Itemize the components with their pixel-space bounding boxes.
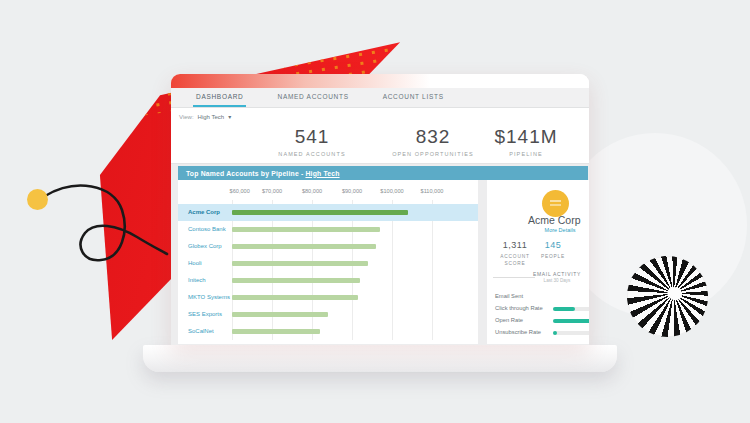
tab-named-accounts[interactable]: NAMED ACCOUNTS: [274, 88, 351, 107]
email-activity-subtitle: Last 30 Days: [527, 278, 587, 283]
stat-label: PIPELINE: [494, 151, 557, 157]
email-metric-fill: [553, 319, 589, 323]
yellow-dot-decoration: [27, 189, 48, 210]
summary-stat: $141MPIPELINE: [494, 126, 557, 157]
dashboard-tab-bar: DASHBOARDNAMED ACCOUNTSACCOUNT LISTS: [171, 88, 589, 108]
stat-value: 832: [392, 126, 474, 148]
stat-label: NAMED ACCOUNTS: [278, 151, 345, 157]
chart-header: Top Named Accounts by Pipeline - High Te…: [178, 166, 588, 180]
chart-bar[interactable]: [232, 312, 328, 317]
summary-stat: 541NAMED ACCOUNTS: [278, 126, 345, 157]
email-metric-row: Open Rate: [487, 316, 589, 326]
chart-bar[interactable]: [232, 244, 376, 249]
email-metric-row: Click through Rate: [487, 304, 589, 314]
laptop-base: [143, 345, 617, 372]
view-value[interactable]: High Tech: [198, 114, 225, 120]
chart-row-globex-corp[interactable]: Globex Corp: [178, 238, 478, 255]
account-detail-panel: Acme Corp More Details EMAIL ACTIVITY La…: [487, 180, 589, 344]
tab-dashboard[interactable]: DASHBOARD: [193, 88, 246, 107]
email-metric-label: Open Rate: [495, 317, 523, 323]
email-activity-title: EMAIL ACTIVITY: [527, 271, 587, 277]
stat-label: OPEN OPPORTUNITIES: [392, 151, 474, 157]
stat-value: $141M: [494, 126, 557, 148]
chart-title-link[interactable]: High Tech: [305, 170, 339, 177]
laptop-screen: DASHBOARDNAMED ACCOUNTSACCOUNT LISTS Vie…: [171, 74, 589, 345]
x-axis-tick-label: $70,000: [262, 188, 282, 194]
chart-row-label[interactable]: Globex Corp: [188, 243, 222, 249]
x-axis-tick-label: $80,000: [302, 188, 322, 194]
summary-stat: 832OPEN OPPORTUNITIES: [392, 126, 474, 157]
chart-row-initech[interactable]: Initech: [178, 272, 478, 289]
tab-account-lists[interactable]: ACCOUNT LISTS: [380, 88, 447, 107]
chart-row-label[interactable]: Initech: [188, 277, 206, 283]
email-metric-label: Click through Rate: [495, 305, 543, 311]
email-metric-fill: [553, 307, 575, 311]
x-axis-tick-label: $110,000: [421, 188, 444, 194]
email-metric-label: Email Sent: [495, 293, 523, 299]
chart-row-mkto-systems[interactable]: MKTO Systems: [178, 289, 478, 306]
chevron-down-icon[interactable]: ▾: [228, 113, 231, 120]
chart-row-socalnet[interactable]: SoCalNet: [178, 323, 478, 340]
chart-row-contoso-bank[interactable]: Contoso Bank: [178, 221, 478, 238]
chart-row-label[interactable]: MKTO Systems: [188, 294, 230, 300]
squiggle-line-decoration: [25, 170, 177, 270]
chart-bar[interactable]: [232, 278, 360, 283]
email-metric-track: [553, 319, 589, 323]
chart-row-label[interactable]: Contoso Bank: [188, 226, 226, 232]
chart-bar[interactable]: [232, 261, 368, 266]
more-details-link[interactable]: More Details: [528, 227, 589, 233]
stat-value: 541: [278, 126, 345, 148]
view-label: View:: [179, 114, 194, 120]
chart-row-label[interactable]: Acme Corp: [188, 209, 220, 215]
screen-top-gradient: [171, 74, 589, 88]
chart-row-hooli[interactable]: Hooli: [178, 255, 478, 272]
email-metric-fill: [553, 331, 557, 335]
chart-row-acme-corp[interactable]: Acme Corp: [178, 204, 478, 221]
panel-stat-label: PEOPLE: [530, 253, 576, 260]
chart-bar[interactable]: [232, 227, 380, 232]
panel-stat-value: 145: [530, 240, 576, 250]
account-avatar: [542, 190, 569, 217]
email-metric-track: [553, 307, 589, 311]
chart-title: Top Named Accounts by Pipeline -: [186, 170, 303, 177]
x-axis-tick-label: $90,000: [342, 188, 362, 194]
email-metric-row: Email Sent: [487, 292, 589, 302]
hero-canvas: { "decor": { "red_triangle": "#ee1c1e", …: [0, 0, 750, 423]
chart-row-ses-exports[interactable]: SES Exports: [178, 306, 478, 323]
x-axis-tick-label: $100,000: [380, 188, 403, 194]
chart-row-label[interactable]: Hooli: [188, 260, 202, 266]
account-name: Acme Corp: [528, 214, 581, 226]
email-metric-label: Unsubscribe Rate: [495, 329, 541, 335]
x-axis-tick-label: $60,000: [230, 188, 250, 194]
panel-stat: OPEN OPPS: [584, 240, 589, 250]
chart-row-label[interactable]: SoCalNet: [188, 328, 214, 334]
email-metric-track: [553, 331, 589, 335]
chart-bar[interactable]: [232, 295, 358, 300]
panel-stat-label: OPEN OPPS: [584, 243, 589, 250]
chart-bar[interactable]: [232, 329, 320, 334]
pipeline-bar-chart: $60,000$70,000$80,000$90,000$100,000$110…: [178, 180, 478, 344]
chart-bar[interactable]: [232, 210, 408, 215]
panel-stat: 145PEOPLE: [530, 240, 576, 260]
chart-row-label[interactable]: SES Exports: [188, 311, 222, 317]
view-selector-row: View: High Tech ▾: [171, 109, 589, 124]
email-metric-row: Unsubscribe Rate: [487, 328, 589, 338]
